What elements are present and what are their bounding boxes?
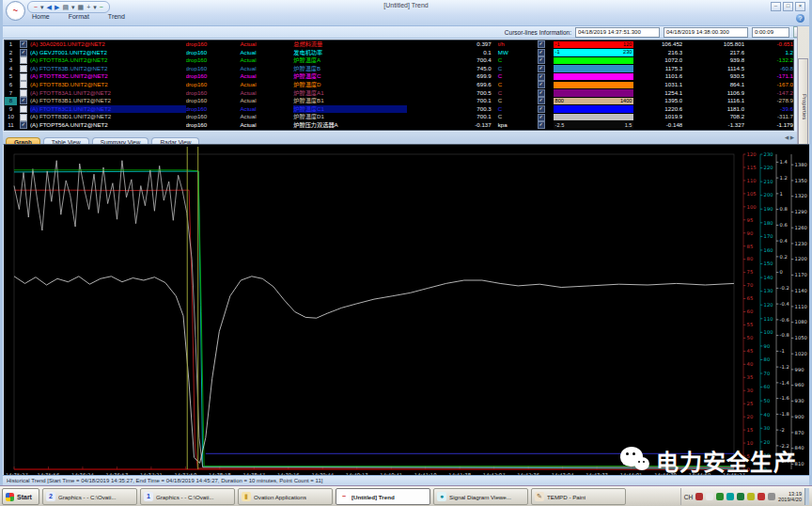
table-row[interactable]: 5(A) FTOTT83C.UNIT2@NET2drop160Actual炉膛温… [5,72,793,81]
color-scale-bar[interactable] [554,57,634,64]
properties-tab[interactable]: Properties [798,58,808,156]
color-scale-bar[interactable]: 8001400 [554,98,634,104]
trend-graph[interactable]: 14:35:2714:35:5614:36:2414:36:5314:37:21… [4,144,809,476]
visibility-checkbox[interactable] [20,73,27,81]
cursor-diff-value: 1.2 [744,49,793,57]
visibility-checkbox[interactable]: ✓ [20,49,27,56]
scale-checkbox[interactable]: ✓ [538,97,545,104]
tray-icon[interactable] [768,493,775,500]
cursor-delta-field[interactable] [752,27,789,38]
tray-icon[interactable] [757,493,765,500]
visibility-checkbox[interactable]: ✓ [20,40,27,48]
visibility-checkbox[interactable] [20,114,27,121]
visibility-checkbox[interactable] [20,56,27,64]
start-button[interactable]: Start [2,488,39,505]
visibility-checkbox[interactable] [20,89,27,97]
tray-chart-icon[interactable] [737,493,744,500]
scale-checkbox[interactable]: ✓ [538,121,545,129]
show-desktop-button[interactable] [804,488,809,505]
drop-name: drop160 [186,65,241,73]
fuel-axis-tick-label: 120 [747,151,757,157]
table-row[interactable]: 8✓(A) FTOTT83B1.UNIT2@NET2drop160Actual炉… [5,97,793,105]
table-row[interactable]: 6(A) FTOTT83D.UNIT2@NET2drop160Actual炉膛温… [5,81,793,89]
taskbar-item-ovation-applications[interactable]: ▮Ovation Applications [238,488,333,505]
temperature-axis-tick-label: 1350 [795,178,807,183]
taskbar-item--untitled-trend[interactable]: ~[Untitled] Trend [336,488,430,505]
tray-icon[interactable] [726,493,734,500]
fuel-axis-tick-label: 75 [747,269,754,275]
row-number: 10 [5,113,17,121]
color-scale-bar[interactable]: -1230 [554,49,634,55]
color-scale-bar[interactable] [554,89,634,96]
visibility-checkbox[interactable] [20,81,27,88]
taskbar-clock[interactable]: 13:19 2019/4/20 [778,491,802,502]
point-name: (A) FTOPT56A.UNIT2@NET2 [30,121,186,130]
taskbar-item-graphics-c-ovati-[interactable]: 1Graphics - - C:\Ovati... [140,488,235,505]
point-description: 炉膛温度D [293,81,407,89]
table-row[interactable]: 10(A) FTOTT83D1.UNIT2@NET2drop160Actual炉… [5,113,793,121]
maximize-button[interactable]: □ [783,2,793,11]
scale-checkbox[interactable]: ✓ [538,114,545,121]
visibility-checkbox[interactable] [20,65,27,72]
close-button[interactable]: × [795,2,805,11]
value-mode: Actual [240,72,293,81]
table-row[interactable]: 9(A) FTOTT83C1.UNIT2@NET2drop160Actual炉膛… [5,105,793,114]
menu-item-format[interactable]: Format [66,12,92,21]
cursor2-time-field[interactable] [664,27,748,38]
visibility-checkbox[interactable] [20,105,27,113]
point-description: 发电机功率 [293,49,407,57]
menu-item-home[interactable]: Home [29,12,53,21]
help-icon[interactable]: ? [796,14,804,23]
taskbar-item-tempd-paint[interactable]: ✎TEMPD - Paint [531,488,626,505]
view-tab-bar: ◀ ▶ GraphTable ViewSummary ViewRadar Vie… [3,132,797,145]
engineering-unit: C [492,97,529,105]
visibility-checkbox[interactable]: ✓ [20,97,27,104]
taskbar-item-graphics-c-ovati-[interactable]: 2Graphics - - C:\Ovati... [42,488,137,505]
scale-checkbox[interactable]: ✓ [538,40,545,48]
scale-checkbox[interactable]: ✓ [538,105,545,113]
system-tray: CH 13:19 2019/4/20 [680,488,812,505]
scale-checkbox[interactable]: ✓ [538,65,545,72]
cursor2-value: 930.5 [682,72,744,81]
tab-scroll-arrows[interactable]: ◀ ▶ [785,134,794,140]
scale-checkbox[interactable]: ✓ [538,56,545,64]
taskbar-item-signal-diagram-viewe-[interactable]: ●Signal Diagram Viewe... [433,488,528,505]
language-indicator[interactable]: CH [684,494,693,500]
table-row[interactable]: 3(A) FTOTT83A.UNIT2@NET2drop160Actual炉膛温… [5,56,793,65]
table-row[interactable]: 2✓(A) GEVJT001.UNIT2@NET2drop160Actual发电… [5,49,793,57]
visibility-checkbox[interactable]: ✓ [20,121,27,129]
scale-checkbox[interactable]: ✓ [538,49,545,56]
color-scale-bar[interactable] [554,65,634,71]
color-scale-bar[interactable] [554,73,634,80]
table-row[interactable]: 11✓(A) FTOPT56A.UNIT2@NET2drop160Actual炉… [5,121,793,130]
temperature-axis-tick-label: 1110 [795,304,807,309]
scale-checkbox-cell: ✓ [529,56,554,64]
color-scale-bar[interactable] [554,114,634,120]
menu-item-trend[interactable]: Trend [105,12,128,21]
tray-icon[interactable] [716,493,724,500]
scale-checkbox[interactable]: ✓ [538,81,545,88]
table-row[interactable]: 4(A) FTOTT83B.UNIT2@NET2drop160Actual炉膛温… [5,65,793,73]
visibility-checkbox-cell [17,89,30,97]
table-row[interactable]: 7(A) FTOTT83A1.UNIT2@NET2drop160Actual炉膛… [5,89,793,98]
visibility-checkbox-cell [17,73,30,81]
color-scale-bar[interactable]: -2.51.5 [554,122,634,129]
tray-icon[interactable] [747,493,755,500]
scale-bar-fill [554,49,634,55]
pressure-axis-tick-label: -0.6 [780,317,789,323]
wechat-logo-icon [620,447,650,475]
color-scale-bar[interactable]: -1120 [554,41,634,48]
color-scale-bar[interactable] [554,82,634,88]
cursor-diff-value: -1.179 [744,121,793,130]
scale-checkbox[interactable]: ✓ [538,73,545,81]
drop-name: drop160 [186,49,241,57]
table-row[interactable]: 1✓(A) 30A02601.UNIT2@NET2drop160Actual总燃… [5,40,793,49]
cursor1-time-field[interactable] [575,27,660,38]
scale-checkbox[interactable]: ✓ [538,89,545,97]
power-axis-tick-label: 200 [764,192,773,198]
minimize-button[interactable]: – [771,2,781,11]
tray-flag-icon[interactable] [706,493,713,500]
color-scale-bar[interactable] [554,105,634,112]
tray-icon[interactable] [695,493,703,500]
temperature-axis-tick-label: 1260 [795,225,807,230]
